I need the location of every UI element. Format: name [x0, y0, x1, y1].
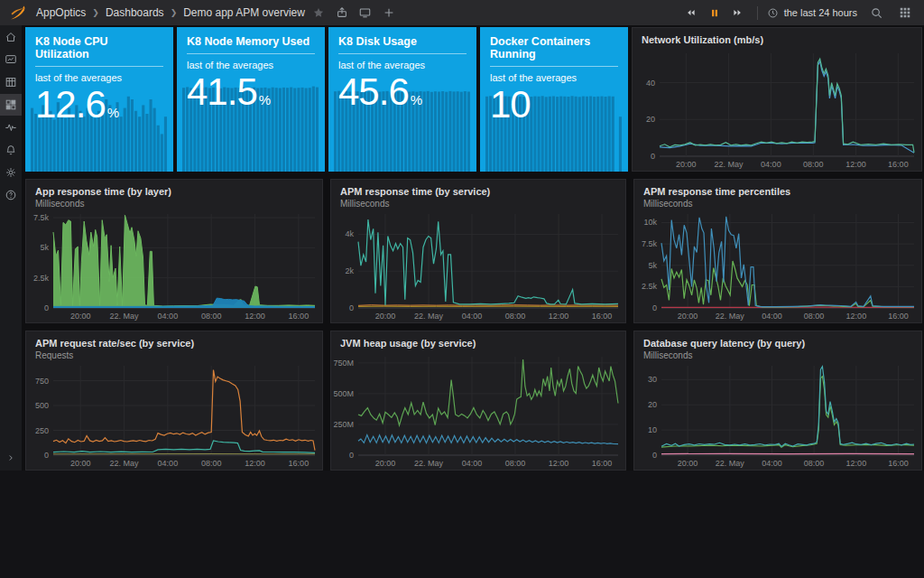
kpi-unit: % [411, 92, 422, 107]
svg-text:0: 0 [651, 152, 655, 161]
kpi-subtitle: last of the averages [35, 72, 163, 83]
time-skip-forward-button[interactable] [728, 4, 748, 22]
svg-text:08:00: 08:00 [804, 312, 825, 321]
sidebar-item-alerts[interactable] [0, 139, 22, 161]
svg-text:250M: 250M [333, 420, 354, 429]
dashboard-icon [5, 98, 17, 111]
svg-text:04:00: 04:00 [462, 459, 483, 468]
kpi-subtitle: last of the averages [490, 72, 618, 83]
kpi-value: 10 [490, 86, 618, 124]
panel-title: App response time (by layer) [35, 186, 171, 197]
svg-text:16:00: 16:00 [888, 160, 909, 169]
svg-text:20: 20 [646, 115, 655, 124]
svg-text:22. May: 22. May [714, 160, 744, 169]
tv-mode-button[interactable] [356, 4, 375, 22]
grid-dots-icon [899, 6, 911, 19]
svg-text:16:00: 16:00 [289, 459, 310, 468]
svg-text:22. May: 22. May [716, 312, 745, 321]
svg-text:12:00: 12:00 [549, 459, 569, 468]
panel-docker-containers-running[interactable]: Docker Containers Running last of the av… [480, 27, 628, 172]
svg-text:10: 10 [648, 425, 657, 434]
svg-text:20:00: 20:00 [70, 312, 91, 321]
svg-text:04:00: 04:00 [158, 459, 179, 468]
sidebar-item-dashboards[interactable] [0, 94, 22, 116]
svg-text:04:00: 04:00 [462, 312, 483, 321]
sidebar-item-settings[interactable] [0, 162, 22, 183]
search-button[interactable] [866, 4, 886, 22]
svg-text:16:00: 16:00 [289, 312, 310, 321]
svg-text:08:00: 08:00 [201, 312, 222, 321]
svg-text:7.5k: 7.5k [642, 239, 658, 248]
activity-pulse-icon [5, 121, 17, 134]
panel-subtitle: Milliseconds [643, 350, 692, 360]
sidebar-item-metrics[interactable] [0, 49, 22, 70]
svg-text:2k: 2k [345, 266, 354, 275]
kpi-unit: % [107, 105, 119, 120]
panel-title: Network Utilization (mb/s) [642, 34, 763, 45]
svg-text:2.5k: 2.5k [33, 274, 50, 283]
panel-k8-node-cpu-utilization[interactable]: K8 Node CPU Utilization last of the aver… [25, 27, 173, 172]
svg-text:0: 0 [44, 451, 49, 460]
add-panel-button[interactable] [379, 4, 399, 22]
svg-text:20:00: 20:00 [678, 459, 698, 468]
panel-database-query-latency[interactable]: Database query latency (by query) Millis… [633, 331, 922, 471]
time-range-picker[interactable]: the last 24 hours [767, 7, 863, 19]
svg-text:16:00: 16:00 [888, 459, 909, 468]
svg-text:20:00: 20:00 [676, 160, 697, 169]
kpi-title: Docker Containers Running [490, 35, 618, 67]
svg-text:20:00: 20:00 [678, 312, 698, 321]
breadcrumb-separator-icon: ❯ [171, 8, 178, 17]
panel-network-utilization[interactable]: Network Utilization (mb/s) 0204020:0022.… [632, 27, 922, 172]
breadcrumb-current-dashboard[interactable]: Demo app APM overview [183, 6, 305, 19]
svg-text:08:00: 08:00 [505, 459, 526, 468]
kpi-value: 41.5% [187, 73, 315, 111]
pause-refresh-button[interactable] [705, 4, 725, 22]
breadcrumb-dashboards[interactable]: Dashboards [106, 6, 164, 19]
share-dashboard-button[interactable] [332, 4, 352, 22]
plus-icon [383, 6, 395, 19]
time-skip-back-button[interactable] [681, 4, 701, 22]
breadcrumb-approptics[interactable]: AppOptics [36, 6, 86, 19]
home-icon [5, 31, 17, 43]
svg-text:40: 40 [646, 79, 655, 88]
kpi-value: 12.6% [35, 86, 163, 124]
svg-text:12:00: 12:00 [245, 312, 265, 321]
rewind-icon [684, 7, 698, 18]
svg-text:500: 500 [35, 401, 49, 410]
svg-text:20:00: 20:00 [375, 459, 396, 468]
svg-text:4k: 4k [345, 229, 354, 238]
chart-screen-icon [5, 53, 17, 66]
svg-text:0: 0 [652, 451, 657, 460]
panel-k8-disk-usage[interactable]: K8 Disk Usage last of the averages 45.6% [328, 27, 476, 172]
svg-text:16:00: 16:00 [592, 312, 613, 321]
favorite-star-button[interactable] [309, 4, 328, 22]
svg-text:08:00: 08:00 [505, 312, 526, 321]
panel-app-response-time[interactable]: App response time (by layer) Millisecond… [25, 179, 323, 323]
panel-apm-request-rate[interactable]: APM request rate/sec (by service) Reques… [25, 331, 323, 471]
panel-title: Database query latency (by query) [643, 338, 805, 349]
svg-text:22. May: 22. May [414, 459, 444, 468]
panel-jvm-heap-usage[interactable]: JVM heap usage (by service) 0250M500M750… [330, 331, 626, 471]
svg-text:0: 0 [349, 303, 354, 312]
help-icon [5, 189, 17, 201]
kpi-title: K8 Disk Usage [338, 35, 467, 54]
panel-apm-response-time-by-service[interactable]: APM response time (by service) Milliseco… [330, 179, 626, 323]
sidebar-item-activity[interactable] [0, 117, 22, 138]
sidebar-item-help[interactable] [0, 184, 22, 206]
panel-k8-node-memory-used[interactable]: K8 Node Memory Used last of the averages… [177, 27, 325, 172]
svg-text:2.5k: 2.5k [642, 282, 658, 291]
solarwinds-logo-icon[interactable] [9, 4, 27, 22]
sidebar-collapse-toggle[interactable] [0, 450, 22, 466]
pause-icon [708, 7, 721, 19]
bell-icon [5, 144, 17, 156]
apps-menu-button[interactable] [895, 4, 915, 22]
svg-text:10k: 10k [643, 218, 657, 227]
svg-text:750M: 750M [333, 359, 354, 368]
kpi-unit: % [259, 92, 271, 107]
sidebar-item-data-tables[interactable] [0, 71, 22, 93]
table-icon [5, 76, 17, 89]
panel-title: JVM heap usage (by service) [340, 338, 476, 349]
svg-text:08:00: 08:00 [803, 160, 824, 169]
sidebar-item-home[interactable] [0, 26, 22, 48]
panel-apm-response-time-percentiles[interactable]: APM response time percentiles Millisecon… [633, 179, 922, 323]
